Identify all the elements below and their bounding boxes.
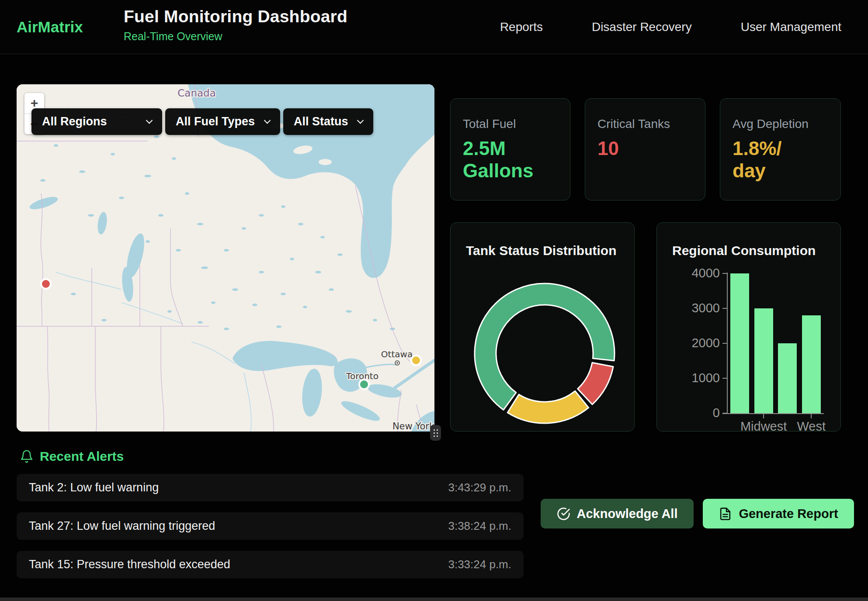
y-tick-label: 0 (679, 406, 720, 420)
stat-value: 2.5M Gallons (463, 137, 552, 182)
alert-text: Tank 27: Low fuel warning triggered (29, 519, 215, 533)
x-tick-mark (811, 414, 812, 418)
chevron-down-icon (357, 117, 364, 124)
fuel-type-filter-dropdown[interactable]: All Fuel Types (165, 108, 280, 135)
y-tick-label: 3000 (679, 301, 720, 315)
acknowledge-all-label: Acknowledge All (577, 507, 678, 521)
alert-row[interactable]: Tank 2: Low fuel warning 3:43:29 p.m. (17, 474, 524, 501)
stat-value: 1.8%/day (733, 137, 790, 182)
chevron-down-icon (264, 117, 271, 124)
alert-row[interactable]: Tank 15: Pressure threshold exceeded 3:3… (17, 551, 524, 578)
map-filters: All Regions All Fuel Types All Status (31, 108, 373, 135)
stat-card-avg-depletion: Avg Depletion 1.8%/day (720, 98, 841, 200)
map-label-ottawa: Ottawa (381, 349, 413, 359)
status-filter-dropdown[interactable]: All Status (283, 108, 373, 135)
map-label-canada: Canada (177, 87, 216, 99)
tank-marker-normal[interactable] (358, 379, 370, 390)
nav-disaster-recovery[interactable]: Disaster Recovery (592, 20, 692, 34)
stat-label: Avg Depletion (733, 117, 828, 131)
tank-marker-critical[interactable] (40, 278, 52, 290)
bar (754, 308, 773, 413)
map[interactable]: Canada Ottawa Toronto New York + − All R… (17, 84, 434, 432)
alert-text: Tank 2: Low fuel warning (29, 481, 159, 494)
stat-card-critical-tanks: Critical Tanks 10 (585, 98, 705, 200)
page-title: Fuel Monitoring Dashboard (124, 7, 347, 26)
recent-alerts-title: Recent Alerts (40, 449, 124, 464)
tank-status-distribution-card: Tank Status Distribution (450, 222, 635, 432)
map-graphics: Canada Ottawa Toronto New York (17, 84, 434, 432)
y-tick-mark (722, 378, 727, 379)
header: AirMatrix Fuel Monitoring Dashboard Real… (0, 0, 868, 54)
bar-chart-y-axis (727, 273, 728, 414)
region-filter-value: All Regions (42, 115, 107, 128)
window-bottom-edge (0, 598, 868, 601)
page-subtitle: Real-Time Overview (124, 30, 347, 43)
bar (802, 315, 821, 413)
y-tick-mark (722, 413, 727, 414)
y-tick-mark (722, 343, 727, 344)
map-label-newyork: New York (392, 421, 434, 432)
nav-user-management[interactable]: User Management (741, 20, 841, 34)
check-circle-icon (557, 507, 570, 521)
alert-time: 3:43:29 p.m. (448, 481, 511, 494)
recent-alerts-heading: Recent Alerts (20, 449, 124, 464)
fuel-type-filter-value: All Fuel Types (176, 115, 255, 128)
chevron-down-icon (146, 117, 153, 124)
x-tick-label: West (776, 419, 846, 434)
brand-logo: AirMatrix (17, 18, 83, 36)
stat-label: Total Fuel (463, 117, 558, 131)
x-tick-mark (763, 414, 764, 418)
y-tick-label: 1000 (679, 371, 720, 385)
alert-row[interactable]: Tank 27: Low fuel warning triggered 3:38… (17, 512, 524, 540)
bar (730, 273, 749, 413)
bell-icon (20, 449, 34, 463)
alert-time: 3:38:24 p.m. (448, 519, 511, 533)
y-tick-label: 2000 (679, 336, 720, 350)
donut-segment-red (578, 363, 613, 404)
region-filter-dropdown[interactable]: All Regions (31, 108, 162, 135)
stat-label: Critical Tanks (597, 117, 693, 131)
y-tick-mark (722, 308, 727, 309)
ottawa-town-dot (396, 362, 398, 364)
bar (778, 343, 797, 413)
donut-chart-title: Tank Status Distribution (466, 243, 616, 258)
main-nav: Reports Disaster Recovery User Managemen… (500, 0, 841, 54)
stat-value: 10 (597, 137, 693, 159)
donut-segment-yellow (507, 391, 588, 423)
title-block: Fuel Monitoring Dashboard Real-Time Over… (124, 7, 347, 43)
generate-report-label: Generate Report (739, 507, 838, 521)
regional-consumption-card: Regional Consumption 01000200030004000Mi… (656, 222, 841, 432)
bar-chart-x-axis (722, 413, 824, 414)
bar-chart-title: Regional Consumption (672, 243, 816, 258)
status-filter-value: All Status (294, 115, 348, 128)
y-tick-mark (722, 273, 727, 274)
alert-time: 3:33:24 p.m. (448, 558, 511, 571)
stat-card-total-fuel: Total Fuel 2.5M Gallons (450, 98, 570, 200)
map-resize-handle[interactable] (430, 425, 441, 441)
acknowledge-all-button[interactable]: Acknowledge All (541, 499, 694, 528)
tank-marker-warning[interactable] (410, 355, 422, 366)
y-tick-label: 4000 (679, 266, 720, 280)
nav-reports[interactable]: Reports (500, 20, 543, 34)
document-icon (719, 507, 732, 521)
alert-text: Tank 15: Pressure threshold exceeded (29, 558, 230, 571)
tank-status-donut-chart (472, 281, 617, 425)
generate-report-button[interactable]: Generate Report (703, 499, 854, 528)
fuel-monitoring-dashboard: AirMatrix Fuel Monitoring Dashboard Real… (0, 0, 868, 601)
